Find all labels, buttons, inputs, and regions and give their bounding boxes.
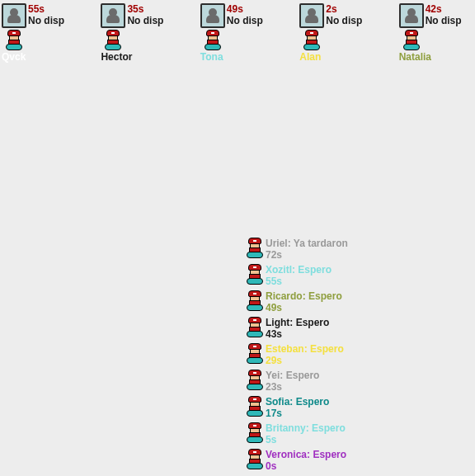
queue-message: Xozitl: Espero: [266, 264, 332, 276]
portrait-frame: [399, 3, 424, 28]
slot-disp: No disp: [127, 15, 163, 26]
player-sprite: [5, 30, 23, 51]
slot-status: 55sNo disp: [28, 3, 64, 26]
queue-time: 72s: [266, 249, 348, 261]
queue-text: Light: Espero43s: [266, 317, 329, 340]
player-sprite: [204, 30, 222, 51]
player-sprite: [246, 238, 264, 259]
queue-text: Yei: Espero23s: [266, 370, 319, 393]
player-sprite: [246, 370, 264, 391]
queue-text: Esteban: Espero29s: [266, 343, 344, 366]
queue-row[interactable]: Veronica: Espero0s: [246, 449, 348, 474]
queue-text: Sofia: Espero17s: [266, 396, 329, 419]
queue-time: 55s: [266, 276, 332, 287]
player-name: Tona: [200, 51, 223, 63]
player-slot[interactable]: 55sNo dispQvck: [2, 3, 76, 63]
queue-row[interactable]: Light: Espero43s: [246, 317, 348, 342]
player-name: Alan: [299, 51, 321, 63]
queue-text: Xozitl: Espero55s: [266, 264, 332, 287]
queue-time: 23s: [266, 381, 319, 393]
queue-row[interactable]: Britanny: Espero5s: [246, 422, 348, 447]
queue-time: 43s: [266, 328, 329, 340]
portrait-frame: [299, 3, 324, 28]
slot-time: 35s: [127, 3, 163, 15]
queue-row[interactable]: Xozitl: Espero55s: [246, 264, 348, 289]
queue-message: Britanny: Espero: [266, 422, 346, 434]
slot-status: 2sNo disp: [326, 3, 362, 26]
player-slot[interactable]: 35sNo dispHector: [101, 3, 175, 63]
queue-time: 17s: [266, 408, 329, 419]
queue-time: 29s: [266, 355, 344, 366]
waiting-queue: Uriel: Ya tardaron72sXozitl: Espero55sRi…: [246, 238, 348, 474]
player-sprite: [246, 422, 264, 444]
queue-message: Sofia: Espero: [266, 396, 329, 408]
player-sprite: [246, 290, 264, 312]
player-slot[interactable]: 49sNo dispTona: [200, 3, 275, 63]
player-sprite: [246, 343, 264, 365]
portrait-frame: [2, 3, 26, 28]
queue-text: Uriel: Ya tardaron72s: [266, 238, 348, 261]
queue-message: Esteban: Espero: [266, 343, 344, 355]
silhouette-icon: [405, 8, 418, 23]
queue-message: Light: Espero: [266, 317, 329, 328]
player-name: Natalia: [399, 51, 431, 63]
slot-disp: No disp: [227, 15, 263, 26]
queue-text: Ricardo: Espero49s: [266, 290, 342, 313]
slot-disp: No disp: [28, 15, 64, 26]
player-sprite: [303, 30, 321, 51]
player-sprite: [246, 449, 264, 470]
queue-message: Veronica: Espero: [266, 449, 346, 460]
queue-message: Uriel: Ya tardaron: [266, 238, 348, 249]
slot-time: 55s: [28, 3, 64, 15]
player-sprite: [402, 30, 421, 51]
queue-text: Veronica: Espero0s: [266, 449, 346, 472]
queue-text: Britanny: Espero5s: [266, 422, 346, 445]
slot-time: 42s: [426, 3, 462, 15]
queue-time: 0s: [266, 460, 346, 472]
player-sprite: [246, 264, 264, 285]
queue-time: 49s: [266, 302, 342, 313]
player-slot[interactable]: 42sNo dispNatalia: [399, 3, 473, 63]
player-slot[interactable]: 2sNo dispAlan: [299, 3, 374, 63]
queue-row[interactable]: Sofia: Espero17s: [246, 396, 348, 421]
portrait-frame: [200, 3, 225, 28]
player-sprite: [246, 396, 264, 417]
queue-time: 5s: [266, 434, 346, 445]
queue-row[interactable]: Ricardo: Espero49s: [246, 290, 348, 315]
slot-disp: No disp: [326, 15, 362, 26]
queue-row[interactable]: Uriel: Ya tardaron72s: [246, 238, 348, 262]
player-name: Hector: [101, 51, 132, 63]
slot-status: 42sNo disp: [426, 3, 462, 26]
queue-row[interactable]: Esteban: Espero29s: [246, 343, 348, 368]
queue-message: Yei: Espero: [266, 370, 319, 381]
player-sprite: [246, 317, 264, 338]
queue-message: Ricardo: Espero: [266, 290, 342, 302]
queue-row[interactable]: Yei: Espero23s: [246, 370, 348, 394]
silhouette-icon: [7, 8, 21, 23]
top-player-row: 55sNo dispQvck35sNo dispHector49sNo disp…: [0, 0, 475, 66]
slot-status: 35sNo disp: [127, 3, 163, 26]
portrait-frame: [101, 3, 125, 28]
silhouette-icon: [206, 8, 219, 23]
silhouette-icon: [305, 8, 318, 23]
slot-status: 49sNo disp: [227, 3, 263, 26]
silhouette-icon: [106, 8, 120, 23]
slot-disp: No disp: [426, 15, 462, 26]
player-name: Qvck: [2, 51, 26, 63]
player-sprite: [104, 30, 122, 51]
slot-time: 2s: [326, 3, 362, 15]
slot-time: 49s: [227, 3, 263, 15]
